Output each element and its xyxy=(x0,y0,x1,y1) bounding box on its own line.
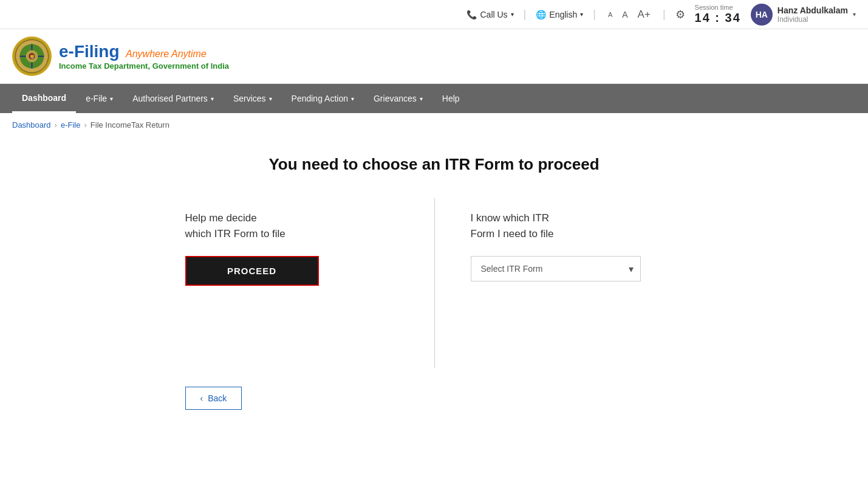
main-nav: Dashboard e-File ▾ Authorised Partners ▾… xyxy=(0,84,868,113)
nav-label-help: Help xyxy=(442,94,460,103)
itr-select-wrapper: Select ITR Form ITR-1 ITR-2 ITR-3 ITR-4 … xyxy=(471,256,641,281)
user-name: Hanz Abdulkalam xyxy=(777,5,848,15)
user-text: Hanz Abdulkalam Individual xyxy=(777,5,848,24)
header: 🦁 e-Filing Anywhere Anytime Income Tax D… xyxy=(0,29,868,84)
right-desc-line1: I know which ITR xyxy=(471,210,683,226)
lang-chevron: ▾ xyxy=(580,11,583,18)
language-label: English xyxy=(549,10,577,19)
breadcrumb: Dashboard › e-File › File IncomeTax Retu… xyxy=(0,113,868,137)
back-label: Back xyxy=(208,393,227,403)
nav-label-authorised-partners: Authorised Partners xyxy=(132,94,208,103)
nav-item-authorised-partners[interactable]: Authorised Partners ▾ xyxy=(123,84,224,113)
nav-item-dashboard[interactable]: Dashboard xyxy=(12,84,76,113)
session-label: Session time xyxy=(695,4,733,11)
logo-emblem: 🦁 xyxy=(12,36,52,76)
globe-icon: 🌐 xyxy=(536,10,546,19)
breadcrumb-efile[interactable]: e-File xyxy=(61,120,81,130)
font-controls: A A A+ xyxy=(606,7,653,22)
back-chevron-icon: ‹ xyxy=(200,393,203,403)
top-bar: 📞 Call Us ▾ | 🌐 English ▾ | A A A+ | ⚙ S… xyxy=(0,0,868,29)
nav-label-efile: e-File xyxy=(86,94,107,103)
user-role: Individual xyxy=(777,15,848,24)
efile-chevron: ▾ xyxy=(110,95,113,102)
nav-label-grievances: Grievances xyxy=(374,94,417,103)
panel-left: Help me decide which ITR Form to file PR… xyxy=(161,198,434,368)
page-title: You need to choose an ITR Form to procee… xyxy=(268,155,599,174)
language-selector[interactable]: 🌐 English ▾ xyxy=(536,10,583,19)
phone-icon: 📞 xyxy=(466,10,477,19)
nav-item-grievances[interactable]: Grievances ▾ xyxy=(364,84,432,113)
breadcrumb-dashboard[interactable]: Dashboard xyxy=(12,120,51,130)
nav-label-services: Services xyxy=(233,94,266,103)
avatar-initials: HA xyxy=(756,10,768,19)
session-time: 14 : 34 xyxy=(695,11,741,25)
tagline-label: Anywhere Anytime xyxy=(126,49,207,59)
call-us-chevron: ▾ xyxy=(511,11,514,18)
logo-text: e-Filing Anywhere Anytime Income Tax Dep… xyxy=(59,42,229,71)
font-small-button[interactable]: A xyxy=(606,10,615,19)
right-desc-line2: Form I need to file xyxy=(471,226,683,242)
nav-label-pending-action: Pending Action xyxy=(292,94,348,103)
back-button[interactable]: ‹ Back xyxy=(185,387,242,410)
breadcrumb-sep-1: › xyxy=(55,120,57,130)
nav-label-dashboard: Dashboard xyxy=(22,93,66,103)
panel-divider xyxy=(434,198,435,368)
nav-item-help[interactable]: Help xyxy=(432,84,470,113)
breadcrumb-current: File IncomeTax Return xyxy=(91,120,169,130)
logo-subtitle: Income Tax Department, Government of Ind… xyxy=(59,61,229,71)
left-panel-description: Help me decide which ITR Form to file xyxy=(185,210,398,241)
user-chevron: ▾ xyxy=(853,11,856,18)
font-large-button[interactable]: A+ xyxy=(635,7,653,22)
call-us-label: Call Us xyxy=(480,10,507,19)
back-area: ‹ Back xyxy=(161,368,708,428)
two-panel: Help me decide which ITR Form to file PR… xyxy=(161,198,708,368)
logo-efiling-text: e-Filing Anywhere Anytime xyxy=(59,42,229,61)
separator-2: | xyxy=(593,8,596,21)
nav-item-efile[interactable]: e-File ▾ xyxy=(76,84,123,113)
itr-form-select[interactable]: Select ITR Form ITR-1 ITR-2 ITR-3 ITR-4 … xyxy=(471,256,641,281)
main-content: You need to choose an ITR Form to procee… xyxy=(0,137,868,446)
proceed-button[interactable]: PROCEED xyxy=(185,256,319,286)
pending-action-chevron: ▾ xyxy=(351,95,354,102)
call-us-button[interactable]: 📞 Call Us ▾ xyxy=(466,10,513,19)
breadcrumb-sep-2: › xyxy=(84,120,86,130)
services-chevron: ▾ xyxy=(269,95,272,102)
separator-3: | xyxy=(663,8,666,21)
panel-right: I know which ITR Form I need to file Sel… xyxy=(434,198,708,368)
separator-1: | xyxy=(524,8,527,21)
right-panel-description: I know which ITR Form I need to file xyxy=(471,210,683,241)
nav-item-pending-action[interactable]: Pending Action ▾ xyxy=(282,84,364,113)
user-info[interactable]: HA Hanz Abdulkalam Individual ▾ xyxy=(751,4,856,26)
logo-area: 🦁 e-Filing Anywhere Anytime Income Tax D… xyxy=(12,36,229,76)
avatar: HA xyxy=(751,4,773,26)
font-medium-button[interactable]: A xyxy=(620,9,630,21)
authorised-partners-chevron: ▾ xyxy=(211,95,214,102)
settings-icon[interactable]: ⚙ xyxy=(675,8,685,21)
efiling-label: e-Filing xyxy=(59,42,120,61)
nav-item-services[interactable]: Services ▾ xyxy=(224,84,282,113)
left-desc-line1: Help me decide xyxy=(185,210,398,226)
grievances-chevron: ▾ xyxy=(420,95,423,102)
session-box: Session time 14 : 34 xyxy=(695,4,741,25)
left-desc-line2: which ITR Form to file xyxy=(185,226,398,242)
svg-text:🦁: 🦁 xyxy=(29,54,35,60)
